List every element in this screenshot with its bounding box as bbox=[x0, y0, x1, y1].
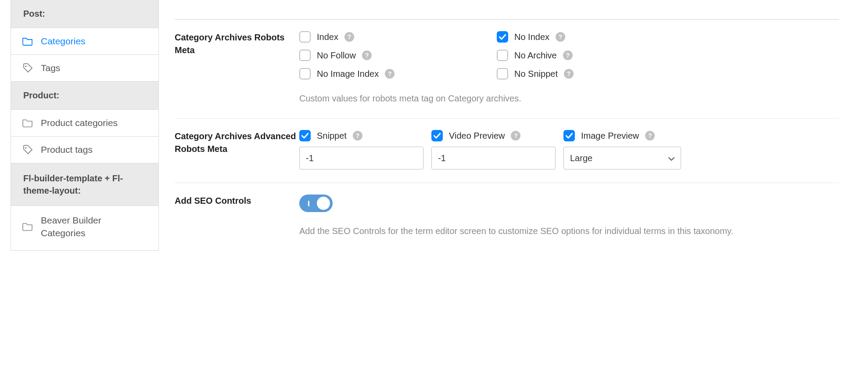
sidebar: Post: Categories Tags Product: Product c… bbox=[11, 0, 159, 251]
sidebar-item-product-categories[interactable]: Product categories bbox=[11, 110, 158, 137]
adv-option-header[interactable]: Video Preview? bbox=[431, 130, 556, 141]
checkbox-checked-icon[interactable] bbox=[299, 130, 311, 141]
video-preview-input[interactable] bbox=[431, 147, 556, 169]
sidebar-item-beaver-categories[interactable]: Beaver Builder Categories bbox=[11, 206, 158, 248]
seo-controls-toggle[interactable] bbox=[299, 195, 333, 212]
help-icon[interactable]: ? bbox=[385, 69, 395, 79]
sidebar-item-categories[interactable]: Categories bbox=[11, 28, 158, 55]
setting-label: Add SEO Controls bbox=[175, 195, 299, 238]
robots-option-no-archive[interactable]: No Archive? bbox=[497, 50, 677, 61]
adv-option-header[interactable]: Snippet? bbox=[299, 130, 423, 141]
setting-row-seo-controls: Add SEO Controls Add the SEO Controls fo… bbox=[175, 183, 839, 251]
adv-col-image-preview: Image Preview?Large bbox=[563, 130, 681, 169]
setting-row-advanced-robots: Category Archives Advanced Robots Meta S… bbox=[175, 118, 839, 183]
robots-option-no-follow[interactable]: No Follow? bbox=[299, 50, 479, 61]
checkbox-checked-icon[interactable] bbox=[497, 31, 508, 43]
help-icon[interactable]: ? bbox=[344, 32, 354, 42]
sidebar-item-label: Beaver Builder Categories bbox=[41, 214, 147, 240]
sidebar-item-product-tags[interactable]: Product tags bbox=[11, 137, 158, 163]
help-icon[interactable]: ? bbox=[511, 131, 520, 141]
checkbox-unchecked-icon[interactable] bbox=[497, 50, 508, 61]
option-label: No Snippet bbox=[514, 69, 558, 79]
select-value: Large bbox=[570, 153, 592, 163]
tag-icon bbox=[22, 63, 33, 73]
option-label: Index bbox=[317, 32, 338, 42]
setting-description: Add the SEO Controls for the term editor… bbox=[299, 224, 839, 238]
setting-label: Category Archives Robots Meta bbox=[175, 31, 299, 105]
setting-label: Category Archives Advanced Robots Meta bbox=[175, 130, 299, 169]
checkbox-unchecked-icon[interactable] bbox=[299, 31, 311, 43]
adv-col-snippet: Snippet? bbox=[299, 130, 423, 169]
sidebar-item-label: Categories bbox=[41, 36, 86, 47]
help-icon[interactable]: ? bbox=[556, 32, 565, 42]
checkbox-checked-icon[interactable] bbox=[431, 130, 443, 141]
svg-point-0 bbox=[25, 65, 26, 67]
option-label: Image Preview bbox=[581, 131, 639, 141]
snippet-input[interactable] bbox=[299, 147, 423, 169]
robots-option-no-snippet[interactable]: No Snippet? bbox=[497, 68, 677, 79]
robots-option-no-index[interactable]: No Index? bbox=[497, 31, 677, 43]
help-icon[interactable]: ? bbox=[645, 131, 655, 141]
checkbox-unchecked-icon[interactable] bbox=[299, 68, 311, 79]
checkbox-unchecked-icon[interactable] bbox=[299, 50, 311, 61]
sidebar-item-label: Tags bbox=[41, 63, 60, 73]
sidebar-group-header-flbuilder: Fl-builder-template + Fl-theme-layout: bbox=[11, 163, 158, 206]
robots-option-no-image-index[interactable]: No Image Index? bbox=[299, 68, 479, 79]
svg-point-1 bbox=[25, 147, 26, 148]
option-label: No Archive bbox=[514, 50, 557, 61]
folder-icon bbox=[22, 118, 33, 128]
sidebar-item-label: Product categories bbox=[41, 118, 118, 128]
setting-row-robots-meta: Category Archives Robots Meta Index?No I… bbox=[175, 19, 839, 118]
chevron-down-icon bbox=[668, 153, 674, 163]
sidebar-group-header-post: Post: bbox=[11, 0, 158, 28]
adv-option-header[interactable]: Image Preview? bbox=[563, 130, 681, 141]
tag-icon bbox=[22, 144, 33, 155]
robots-option-index[interactable]: Index? bbox=[299, 31, 479, 43]
help-icon[interactable]: ? bbox=[362, 50, 372, 60]
main-content: Category Archives Robots Meta Index?No I… bbox=[159, 0, 852, 251]
help-icon[interactable]: ? bbox=[353, 131, 362, 141]
folder-icon bbox=[22, 36, 33, 47]
option-label: No Follow bbox=[317, 50, 356, 61]
adv-col-video-preview: Video Preview? bbox=[431, 130, 556, 169]
option-label: No Image Index bbox=[317, 69, 379, 79]
sidebar-group-header-product: Product: bbox=[11, 82, 158, 110]
checkbox-unchecked-icon[interactable] bbox=[497, 68, 508, 79]
setting-description: Custom values for robots meta tag on Cat… bbox=[299, 92, 839, 105]
checkbox-checked-icon[interactable] bbox=[563, 130, 575, 141]
option-label: Video Preview bbox=[449, 131, 505, 141]
help-icon[interactable]: ? bbox=[563, 50, 573, 60]
image-preview-select[interactable]: Large bbox=[563, 147, 681, 169]
sidebar-item-label: Product tags bbox=[41, 144, 93, 155]
option-label: No Index bbox=[514, 32, 549, 42]
option-label: Snippet bbox=[317, 131, 347, 141]
folder-icon bbox=[22, 221, 33, 232]
help-icon[interactable]: ? bbox=[564, 69, 574, 79]
sidebar-item-tags[interactable]: Tags bbox=[11, 55, 158, 82]
